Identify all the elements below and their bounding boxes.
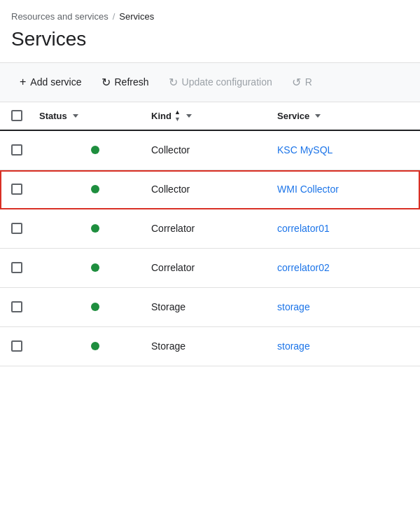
restart-icon: ↺ xyxy=(292,76,301,89)
row-status-cell xyxy=(39,146,151,154)
table-header: Status Kind ▲ ▼ Service xyxy=(0,102,420,131)
row-kind: Collector xyxy=(151,184,190,195)
row-checkbox-cell xyxy=(11,184,39,195)
row-kind-cell: Storage xyxy=(151,301,277,312)
status-dot-icon xyxy=(91,224,99,233)
row-checkbox[interactable] xyxy=(11,301,22,312)
status-dot-icon xyxy=(91,185,99,193)
sort-up-icon: ▲ xyxy=(174,109,181,116)
toolbar: + Add service ↻ Refresh ↻ Update configu… xyxy=(0,63,420,102)
table-row: Storage storage xyxy=(0,327,420,366)
row-kind-cell: Storage xyxy=(151,340,277,352)
refresh-icon: ↻ xyxy=(102,76,111,89)
sort-down-icon: ▼ xyxy=(174,116,181,123)
row-kind: Storage xyxy=(151,340,186,352)
th-status[interactable]: Status xyxy=(39,111,151,121)
row-checkbox-cell xyxy=(11,223,39,234)
sort-icons: ▲ ▼ xyxy=(174,109,181,123)
services-table: Status Kind ▲ ▼ Service Collector KSC My… xyxy=(0,102,420,366)
breadcrumb-separator: / xyxy=(113,11,115,22)
breadcrumb-parent[interactable]: Resources and services xyxy=(11,11,108,22)
row-kind-cell: Collector xyxy=(151,184,277,195)
row-checkbox-cell xyxy=(11,144,39,156)
service-link[interactable]: storage xyxy=(277,301,310,312)
row-status-cell xyxy=(39,263,151,272)
add-service-button[interactable]: + Add service xyxy=(11,71,90,92)
update-config-icon: ↻ xyxy=(169,76,178,89)
th-checkbox[interactable] xyxy=(11,110,39,121)
th-kind[interactable]: Kind ▲ ▼ xyxy=(151,109,277,123)
row-service-cell: correlator01 xyxy=(277,223,409,234)
row-status-cell xyxy=(39,303,151,311)
row-kind: Storage xyxy=(151,301,186,312)
row-kind-cell: Correlator xyxy=(151,223,277,234)
row-kind-cell: Correlator xyxy=(151,262,277,273)
row-service-cell: correlator02 xyxy=(277,262,409,273)
row-service-cell: storage xyxy=(277,340,409,352)
page-header: Resources and services / Services Servic… xyxy=(0,0,420,63)
row-checkbox-cell xyxy=(11,340,39,352)
table-row: Collector WMI Collector xyxy=(0,170,420,209)
service-link[interactable]: correlator01 xyxy=(277,223,330,234)
restart-button[interactable]: ↺ R xyxy=(284,71,321,93)
row-checkbox[interactable] xyxy=(11,223,22,234)
table-row: Storage storage xyxy=(0,288,420,327)
row-checkbox[interactable] xyxy=(11,144,22,156)
table-row: Correlator correlator02 xyxy=(0,249,420,288)
status-dot-icon xyxy=(91,146,99,154)
row-checkbox-cell xyxy=(11,301,39,312)
restart-label: R xyxy=(305,76,312,88)
chevron-down-icon xyxy=(186,114,192,118)
breadcrumb-current: Services xyxy=(119,11,154,22)
plus-icon: + xyxy=(20,76,26,88)
row-kind: Correlator xyxy=(151,223,195,234)
status-dot-icon xyxy=(91,342,99,350)
service-link[interactable]: storage xyxy=(277,340,310,352)
chevron-down-icon xyxy=(73,114,78,118)
service-link[interactable]: correlator02 xyxy=(277,262,330,273)
th-service-label: Service xyxy=(277,111,309,121)
table-row: Correlator correlator01 xyxy=(0,209,420,249)
row-checkbox[interactable] xyxy=(11,184,22,195)
chevron-down-icon xyxy=(315,114,321,118)
service-link[interactable]: KSC MySQL xyxy=(277,144,332,156)
row-kind-cell: Collector xyxy=(151,144,277,156)
table-rows: Collector KSC MySQL Collector WMI Collec… xyxy=(0,131,420,366)
breadcrumb: Resources and services / Services xyxy=(11,11,409,22)
page-title: Services xyxy=(11,27,409,51)
th-kind-label: Kind xyxy=(151,111,172,121)
row-checkbox[interactable] xyxy=(11,340,22,352)
th-status-label: Status xyxy=(39,111,67,121)
refresh-button[interactable]: ↻ Refresh xyxy=(93,71,158,93)
header-checkbox[interactable] xyxy=(11,110,22,121)
status-dot-icon xyxy=(91,303,99,311)
row-kind: Correlator xyxy=(151,262,195,273)
row-kind: Collector xyxy=(151,144,190,156)
table-row: Collector KSC MySQL xyxy=(0,131,420,170)
update-config-button[interactable]: ↻ Update configuration xyxy=(160,71,281,93)
row-service-cell: WMI Collector xyxy=(277,184,409,195)
row-checkbox-cell xyxy=(11,262,39,273)
row-status-cell xyxy=(39,224,151,233)
refresh-label: Refresh xyxy=(115,76,149,88)
row-checkbox[interactable] xyxy=(11,262,22,273)
row-status-cell xyxy=(39,185,151,193)
row-status-cell xyxy=(39,342,151,350)
service-link[interactable]: WMI Collector xyxy=(277,184,339,195)
add-service-label: Add service xyxy=(30,76,81,88)
row-service-cell: KSC MySQL xyxy=(277,144,409,156)
status-dot-icon xyxy=(91,263,99,272)
update-config-label: Update configuration xyxy=(182,76,272,88)
th-service[interactable]: Service xyxy=(277,111,409,121)
row-service-cell: storage xyxy=(277,301,409,312)
